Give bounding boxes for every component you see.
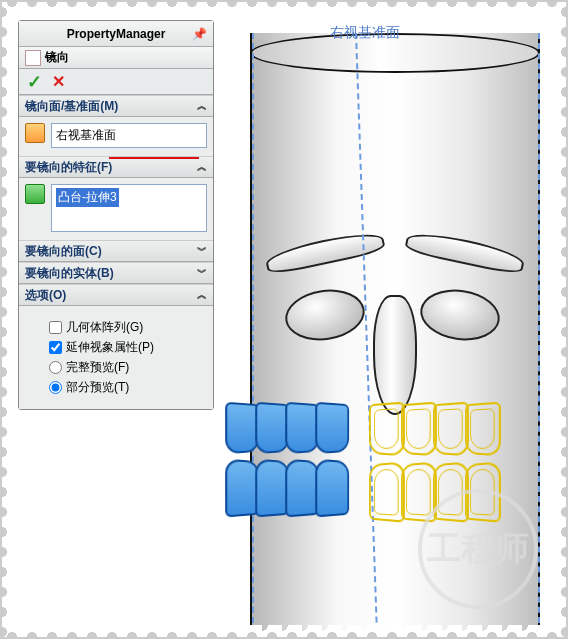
pm-titlebar: PropertyManager 📌 [19, 21, 213, 47]
opt-extend-visual[interactable]: 延伸视象属性(P) [49, 339, 205, 356]
cancel-button[interactable]: ✕ [52, 72, 65, 91]
mirror-preview-top [373, 403, 501, 455]
opt-full-preview[interactable]: 完整预览(F) [49, 359, 205, 376]
feature-name: 镜向 [45, 49, 69, 66]
section-mirror-plane-body: 右视基准面 [19, 117, 213, 156]
mirror-feature-icon [25, 50, 41, 66]
model-nose [373, 295, 417, 415]
section-mirror-plane-header[interactable]: 镜向面/基准面(M) ︽ [19, 95, 213, 117]
section-features-header[interactable]: 要镜向的特征(F) ︽ [19, 156, 213, 178]
features-listbox[interactable]: 凸台-拉伸3 [51, 184, 207, 232]
property-manager-panel: PropertyManager 📌 镜向 ✓ ✕ 镜向面/基准面(M) ︽ 右视… [18, 20, 214, 410]
chevron-up-icon: ︽ [197, 160, 207, 174]
opt-partial-preview[interactable]: 部分预览(T) [49, 379, 205, 396]
opt-full-preview-radio[interactable] [49, 361, 62, 374]
chevron-down-icon: ︾ [197, 266, 207, 280]
section-mirror-plane-label: 镜向面/基准面(M) [25, 98, 118, 115]
plane-label[interactable]: 右视基准面 [330, 24, 400, 42]
source-teeth-bottom [231, 460, 351, 516]
opt-partial-preview-radio[interactable] [49, 381, 62, 394]
opt-geometry-pattern[interactable]: 几何体阵列(G) [49, 319, 205, 336]
section-options-label: 选项(O) [25, 287, 66, 304]
chevron-up-icon: ︽ [197, 99, 207, 113]
section-features-body: 凸台-拉伸3 [19, 178, 213, 240]
section-options-body: 几何体阵列(G) 延伸视象属性(P) 完整预览(F) 部分预览(T) [19, 306, 213, 409]
section-faces-label: 要镜向的面(C) [25, 243, 102, 260]
pm-title-text: PropertyManager [67, 27, 166, 41]
section-bodies-label: 要镜向的实体(B) [25, 265, 114, 282]
section-faces-header[interactable]: 要镜向的面(C) ︾ [19, 240, 213, 262]
section-features-label: 要镜向的特征(F) [25, 159, 112, 176]
opt-geometry-pattern-checkbox[interactable] [49, 321, 62, 334]
selected-feature-item[interactable]: 凸台-拉伸3 [56, 188, 119, 207]
chevron-up-icon: ︽ [197, 288, 207, 302]
confirm-bar: ✓ ✕ [19, 69, 213, 95]
feature-selector-icon[interactable] [25, 184, 45, 204]
source-teeth-top [231, 403, 351, 453]
ok-button[interactable]: ✓ [27, 71, 42, 93]
feature-header: 镜向 [19, 47, 213, 69]
red-underline [109, 157, 199, 159]
pin-icon[interactable]: 📌 [189, 25, 209, 43]
body-edge-left [252, 33, 254, 633]
opt-extend-visual-checkbox[interactable] [49, 341, 62, 354]
section-bodies-header[interactable]: 要镜向的实体(B) ︾ [19, 262, 213, 284]
body-edge-right [538, 33, 540, 633]
plane-selector-icon[interactable] [25, 123, 45, 143]
watermark: 工程师 [418, 489, 538, 609]
chevron-down-icon: ︾ [197, 244, 207, 258]
section-options-header[interactable]: 选项(O) ︽ [19, 284, 213, 306]
mirror-plane-field[interactable]: 右视基准面 [51, 123, 207, 148]
